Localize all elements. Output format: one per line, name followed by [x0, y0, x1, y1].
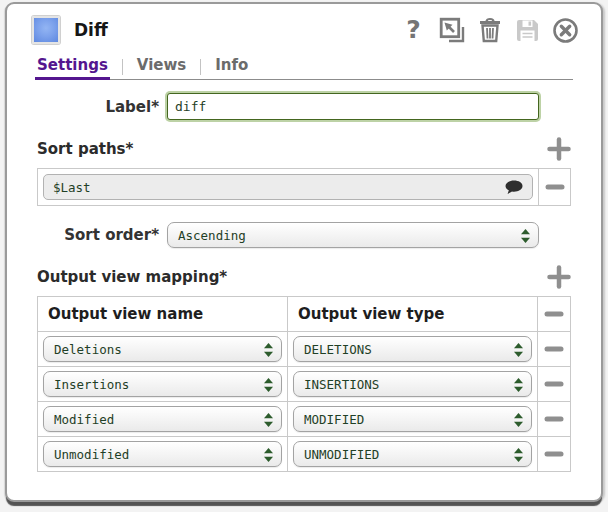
minus-icon	[545, 183, 565, 191]
tab-divider	[122, 59, 123, 75]
sort-order-row: Sort order* Ascending	[37, 222, 571, 248]
select-arrows-icon	[514, 343, 523, 357]
minus-icon	[544, 415, 564, 423]
mapping-name-cell: Unmodified	[38, 437, 288, 471]
minus-icon	[544, 380, 564, 388]
table-row: Insertions INSERTIONS	[38, 367, 570, 402]
remove-sort-path-button[interactable]	[538, 169, 570, 205]
window-title: Diff	[74, 20, 400, 40]
select-arrows-icon	[264, 343, 273, 357]
view-name-select[interactable]: Insertions	[43, 371, 282, 397]
mapping-name-cell: Deletions	[38, 332, 288, 366]
view-type-value: INSERTIONS	[304, 377, 379, 392]
view-type-select[interactable]: UNMODIFIED	[293, 441, 532, 467]
select-arrows-icon	[521, 229, 530, 243]
tab-settings[interactable]: Settings	[35, 54, 110, 80]
select-arrows-icon	[514, 448, 523, 462]
view-type-select[interactable]: INSERTIONS	[293, 371, 532, 397]
view-name-value: Deletions	[54, 342, 122, 357]
view-type-select[interactable]: MODIFIED	[293, 406, 532, 432]
view-name-select[interactable]: Modified	[43, 406, 282, 432]
minus-icon	[544, 310, 564, 318]
mapping-name-cell: Insertions	[38, 367, 288, 401]
add-sort-path-button[interactable]	[547, 137, 571, 161]
select-arrows-icon	[264, 448, 273, 462]
close-icon[interactable]	[552, 17, 579, 44]
plus-icon	[547, 137, 571, 161]
column-header-output-view-name: Output view name	[38, 297, 288, 331]
spacer	[37, 472, 571, 502]
add-mapping-row-button[interactable]	[547, 265, 571, 289]
view-name-value: Insertions	[54, 377, 129, 392]
window-header: Diff ?	[7, 4, 601, 52]
sort-order-select[interactable]: Ascending	[167, 222, 539, 248]
sort-order-value: Ascending	[178, 228, 246, 243]
select-arrows-icon	[264, 378, 273, 392]
view-name-value: Modified	[54, 412, 114, 427]
select-arrows-icon	[264, 413, 273, 427]
plus-icon	[547, 265, 571, 289]
minus-icon	[544, 450, 564, 458]
view-type-select[interactable]: DELETIONS	[293, 336, 532, 362]
diff-config-window: Diff ?	[5, 2, 603, 502]
label-input[interactable]	[167, 93, 539, 120]
view-type-value: MODIFIED	[304, 412, 364, 427]
tab-views[interactable]: Views	[135, 54, 188, 79]
table-row: Deletions DELETIONS	[38, 332, 570, 367]
label-field-label: Label*	[37, 98, 167, 116]
header-actions: ?	[400, 17, 579, 44]
output-view-mapping-header: Output view mapping*	[37, 265, 571, 289]
node-icon	[32, 16, 60, 44]
mapping-type-cell: MODIFIED	[288, 402, 538, 436]
tab-divider	[200, 59, 201, 75]
output-view-mapping-heading: Output view mapping*	[37, 268, 227, 286]
view-type-value: UNMODIFIED	[304, 447, 379, 462]
remove-mapping-row-button[interactable]	[538, 332, 570, 366]
remove-mapping-button[interactable]	[538, 297, 570, 331]
mapping-type-cell: DELETIONS	[288, 332, 538, 366]
label-field-row: Label*	[37, 93, 571, 120]
table-row: Modified MODIFIED	[38, 402, 570, 437]
sort-paths-heading: Sort paths*	[37, 140, 133, 158]
sort-path-value: $Last	[53, 180, 91, 195]
select-arrows-icon	[514, 378, 523, 392]
table-row: Unmodified UNMODIFIED	[38, 437, 570, 471]
sort-paths-header: Sort paths*	[37, 137, 571, 161]
help-icon[interactable]: ?	[400, 17, 427, 44]
mapping-name-cell: Modified	[38, 402, 288, 436]
mapping-type-cell: INSERTIONS	[288, 367, 538, 401]
view-name-value: Unmodified	[54, 447, 129, 462]
tab-info[interactable]: Info	[213, 54, 250, 79]
sort-path-cell: $Last	[38, 169, 538, 205]
sort-order-label: Sort order*	[37, 226, 167, 244]
sort-path-field[interactable]: $Last	[43, 174, 533, 200]
remove-mapping-row-button[interactable]	[538, 437, 570, 471]
column-header-output-view-type: Output view type	[288, 297, 538, 331]
remove-mapping-row-button[interactable]	[538, 367, 570, 401]
settings-panel: Label* Sort paths* $Last	[7, 80, 601, 502]
table-header-row: Output view name Output view type	[38, 297, 570, 332]
view-type-value: DELETIONS	[304, 342, 372, 357]
trash-icon[interactable]	[476, 17, 503, 44]
save-icon[interactable]	[514, 17, 541, 44]
minus-icon	[544, 345, 564, 353]
select-arrows-icon	[514, 413, 523, 427]
sort-paths-list: $Last	[37, 168, 571, 206]
open-in-new-icon[interactable]	[438, 17, 465, 44]
output-view-mapping-table: Output view name Output view type Deleti…	[37, 296, 571, 472]
view-name-select[interactable]: Deletions	[43, 336, 282, 362]
mapping-type-cell: UNMODIFIED	[288, 437, 538, 471]
comment-icon[interactable]	[505, 180, 523, 195]
remove-mapping-row-button[interactable]	[538, 402, 570, 436]
tab-bar: Settings Views Info	[35, 54, 573, 80]
view-name-select[interactable]: Unmodified	[43, 441, 282, 467]
